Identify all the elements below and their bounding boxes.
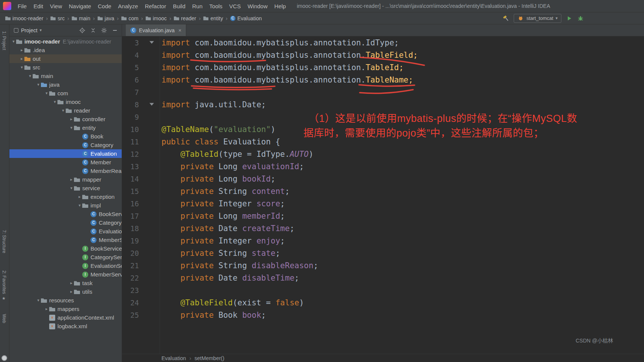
code-text[interactable]: private Date createTime; <box>161 224 294 233</box>
code-text[interactable]: private Long bookId; <box>161 174 275 183</box>
chevron-down-icon[interactable]: ▾ <box>36 82 41 87</box>
tree-item-bookservice[interactable]: IBookService <box>9 244 122 253</box>
tree-item-java[interactable]: ▾java <box>9 80 122 89</box>
tree-item-controller[interactable]: ▸controller <box>9 115 122 123</box>
tree-item-evaluation[interactable]: CEvaluation <box>9 149 122 158</box>
editor-breadcrumb-item[interactable]: Evaluation <box>161 355 186 361</box>
breadcrumb-item-main[interactable]: main <box>72 15 90 21</box>
menu-window[interactable]: Window <box>244 0 271 12</box>
chevron-down-icon[interactable]: ▾ <box>69 125 74 130</box>
code-text[interactable]: private Long evaluationId; <box>161 162 304 171</box>
hide-panel-icon[interactable] <box>112 27 118 33</box>
code-text[interactable]: private Integer enjoy; <box>161 236 285 245</box>
menu-vcs[interactable]: VCS <box>226 0 244 12</box>
code-text[interactable]: public class Evaluation { <box>161 137 280 146</box>
tree-item-task[interactable]: ▸task <box>9 279 122 287</box>
chevron-right-icon[interactable]: ▸ <box>69 177 74 182</box>
locate-file-icon[interactable] <box>79 27 85 33</box>
chevron-down-icon[interactable]: ▾ <box>69 186 74 191</box>
chevron-right-icon[interactable]: ▸ <box>69 117 74 122</box>
tree-item-service[interactable]: ▾service <box>9 184 122 192</box>
breadcrumb-item-entity[interactable]: entity <box>203 15 223 21</box>
code-text[interactable]: @TableId(type = IdType.AUTO) <box>161 150 314 159</box>
code-text[interactable]: @TableName("evaluation") <box>161 125 275 134</box>
chevron-down-icon[interactable]: ▾ <box>19 65 24 70</box>
chevron-down-icon[interactable]: ▾ <box>40 28 42 33</box>
tree-item-out[interactable]: ▸out <box>9 54 122 63</box>
menu-refactor[interactable]: Refactor <box>142 0 170 12</box>
tree-item-main[interactable]: ▾main <box>9 72 122 80</box>
breadcrumb-item-src[interactable]: src <box>50 15 65 21</box>
code-text[interactable]: @TableField(exist = false) <box>161 298 304 307</box>
code-editor[interactable]: 3import com.baomidou.mybatisplus.annotat… <box>122 36 644 354</box>
menu-view[interactable]: View <box>47 0 65 12</box>
code-text[interactable]: private Integer score; <box>161 199 285 208</box>
tree-item--idea[interactable]: ▸.idea <box>9 46 122 54</box>
code-text[interactable]: import com.baomidou.mybatisplus.annotati… <box>161 75 413 84</box>
run-config-select[interactable]: start_tomcat ▾ <box>514 14 561 23</box>
tree-item-memberse[interactable]: CMemberSe <box>9 236 122 244</box>
tree-item-logback-xml[interactable]: xlogback.xml <box>9 322 122 330</box>
tree-item-resources[interactable]: ▾resources <box>9 296 122 305</box>
menu-build[interactable]: Build <box>169 0 189 12</box>
code-text[interactable]: private Date disableTime; <box>161 273 299 282</box>
tree-item-reader[interactable]: ▾reader <box>9 106 122 115</box>
tree-item-category[interactable]: CCategory <box>9 141 122 149</box>
tree-item-bookservic[interactable]: CBookServic <box>9 210 122 218</box>
code-text[interactable]: private String disableReason; <box>161 261 318 270</box>
menu-help[interactable]: Help <box>271 0 290 12</box>
menu-tools[interactable]: Tools <box>206 0 226 12</box>
tree-item-imooc[interactable]: ▾imooc <box>9 98 122 106</box>
tree-item-entity[interactable]: ▾entity <box>9 123 122 132</box>
breadcrumb-item-imooc[interactable]: imooc <box>146 15 167 21</box>
build-hammer-icon[interactable] <box>502 15 509 22</box>
tree-item-mappers[interactable]: ▸mappers <box>9 305 122 313</box>
breadcrumb-item-imooc-reader[interactable]: imooc-reader <box>5 15 43 21</box>
chevron-down-icon[interactable]: ▾ <box>60 108 66 113</box>
chevron-right-icon[interactable]: ▸ <box>19 48 24 53</box>
tab-evaluation-java[interactable]: C Evaluation.java × <box>126 24 186 36</box>
chevron-down-icon[interactable]: ▾ <box>27 74 33 78</box>
tree-item-memberread[interactable]: CMemberRead <box>9 167 122 175</box>
code-text[interactable]: private Book book; <box>161 311 266 320</box>
tree-item-categorys[interactable]: CCategoryS <box>9 218 122 227</box>
breadcrumb-item-reader[interactable]: reader <box>174 15 196 21</box>
code-text[interactable]: import com.baomidou.mybatisplus.annotati… <box>161 63 404 72</box>
panel-title[interactable]: Project <box>21 27 38 33</box>
tree-item-evaluations[interactable]: CEvaluationS <box>9 227 122 236</box>
tree-item-imooc-reader[interactable]: ▾imooc-readerE:\java\imooc-reader <box>9 37 122 46</box>
chevron-down-icon[interactable]: ▾ <box>36 298 41 303</box>
chevron-right-icon[interactable]: ▸ <box>69 289 74 294</box>
code-text[interactable]: import java.util.Date; <box>161 100 266 109</box>
breadcrumb-item-java[interactable]: java <box>98 15 115 21</box>
breadcrumb-item-com[interactable]: com <box>121 15 138 21</box>
code-text[interactable]: import com.baomidou.mybatisplus.annotati… <box>161 51 418 60</box>
tree-item-mapper[interactable]: ▸mapper <box>9 175 122 184</box>
chevron-right-icon[interactable]: ▸ <box>19 56 24 61</box>
chevron-down-icon[interactable]: ▾ <box>11 39 16 44</box>
settings-gear-icon[interactable] <box>101 27 107 33</box>
tree-item-utils[interactable]: ▸utils <box>9 287 122 296</box>
run-button[interactable] <box>566 15 573 22</box>
toolwindow-tab-structure[interactable]: 7: Structure <box>2 230 7 253</box>
tree-item-categoryserv[interactable]: ICategoryServ <box>9 253 122 261</box>
menu-analyze[interactable]: Analyze <box>115 0 141 12</box>
tree-item-evaluationser[interactable]: IEvaluationSer <box>9 261 122 270</box>
menu-file[interactable]: File <box>14 0 30 12</box>
breadcrumb-item-evaluation[interactable]: CEvaluation <box>230 15 262 21</box>
code-text[interactable]: private String content; <box>161 187 290 196</box>
tree-item-com[interactable]: ▾com <box>9 89 122 98</box>
tree-item-exception[interactable]: ▸exception <box>9 192 122 201</box>
tree-item-memberservi[interactable]: IMemberServi <box>9 270 122 279</box>
code-text[interactable]: private Long memberId; <box>161 212 285 221</box>
debug-button[interactable] <box>577 15 584 22</box>
editor-breadcrumb-item[interactable]: setMember() <box>195 355 224 361</box>
tree-item-member[interactable]: CMember <box>9 158 122 167</box>
toolwindow-tab-favorites[interactable]: 2: Favorites ★ <box>2 270 7 301</box>
menu-code[interactable]: Code <box>94 0 115 12</box>
chevron-right-icon[interactable]: ▸ <box>69 281 74 285</box>
code-text[interactable]: import com.baomidou.mybatisplus.annotati… <box>161 38 399 47</box>
tree-item-impl[interactable]: ▾impl <box>9 201 122 210</box>
code-text[interactable]: private String state; <box>161 249 280 258</box>
tree-item-src[interactable]: ▾src <box>9 63 122 72</box>
